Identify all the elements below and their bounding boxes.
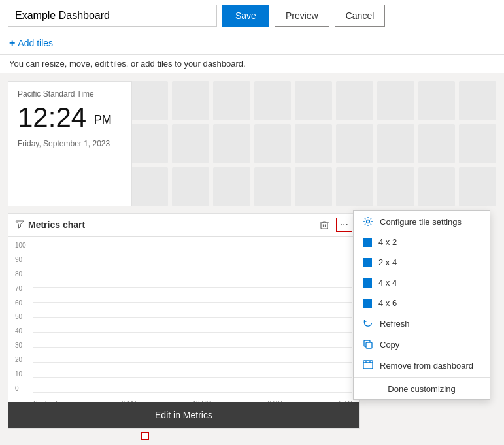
clock-timezone: Pacific Standard Time: [18, 90, 122, 99]
menu-item-configure[interactable]: Configure tile settings: [354, 211, 490, 232]
dashboard-area: Pacific Standard Time 12:24 PM Friday, S…: [0, 73, 504, 442]
grid-cell: [295, 124, 332, 163]
y-label-10: 10: [15, 371, 26, 378]
gear-icon: [363, 216, 373, 227]
svg-rect-3: [363, 361, 373, 369]
context-menu: Configure tile settings 4 x 2 2 x 4 4 x …: [353, 210, 490, 400]
y-label-70: 70: [15, 285, 26, 292]
chart-area: 100 90 80 70 60 50 40 30 20 10 0: [8, 237, 359, 397]
menu-item-remove[interactable]: Remove from dashboard: [354, 355, 490, 376]
svg-point-1: [367, 220, 370, 223]
y-label-80: 80: [15, 271, 26, 278]
size-4x4-label: 4 x 4: [378, 278, 397, 288]
clock-time: 12:24 PM: [18, 104, 122, 131]
clock-date: Friday, September 1, 2023: [18, 139, 122, 148]
grid-cell: [131, 81, 168, 120]
grid-cell: [377, 81, 414, 120]
size-4x6-label: 4 x 6: [378, 298, 397, 308]
svg-rect-0: [321, 223, 328, 229]
resize-handle-indicator[interactable]: [141, 432, 149, 440]
grid-cell: [295, 167, 332, 206]
y-label-100: 100: [15, 242, 26, 249]
top-bar: Save Preview Cancel: [0, 0, 504, 31]
menu-item-4x2[interactable]: 4 x 2: [354, 232, 490, 252]
clock-ampm: PM: [94, 113, 112, 126]
grid-cell: [213, 167, 250, 206]
dashboard-title-input[interactable]: [8, 5, 217, 27]
save-button[interactable]: Save: [222, 5, 269, 27]
grid-cell: [336, 81, 373, 120]
size-2x4-icon: [363, 258, 372, 267]
clock-tile: Pacific Standard Time 12:24 PM Friday, S…: [8, 81, 132, 206]
size-2x4-label: 2 x 4: [378, 257, 397, 267]
grid-cell: [336, 167, 373, 206]
grid-cell: [254, 124, 292, 163]
grid-cell: [459, 124, 496, 163]
metrics-title-row: Metrics chart: [15, 220, 85, 231]
copy-icon: [363, 339, 373, 350]
filter-icon: [15, 220, 24, 231]
grid-cell: [172, 167, 209, 206]
add-tiles-icon: +: [9, 37, 15, 49]
y-label-90: 90: [15, 256, 26, 263]
copy-label: Copy: [380, 340, 399, 350]
grid-cell: [172, 124, 209, 163]
grid-cell: [131, 167, 168, 206]
grid-cell: [336, 124, 373, 163]
refresh-label: Refresh: [380, 319, 410, 329]
refresh-icon: [363, 318, 373, 329]
grid-cell: [418, 124, 456, 163]
add-tiles-row: + Add tiles: [0, 31, 504, 55]
remove-label: Remove from dashboard: [380, 361, 473, 371]
edit-in-metrics-bar[interactable]: Edit in Metrics: [8, 402, 359, 428]
grid-cell: [254, 167, 292, 206]
preview-button[interactable]: Preview: [275, 5, 329, 27]
chart-inner: [33, 242, 352, 392]
more-options-button[interactable]: ···: [336, 218, 352, 232]
grid-cell: [172, 81, 209, 120]
menu-item-refresh[interactable]: Refresh: [354, 313, 490, 334]
grid-cell: [377, 124, 414, 163]
delete-tile-button[interactable]: [318, 218, 331, 231]
chart-lines: [33, 242, 352, 392]
grid-cell: [213, 124, 250, 163]
clock-time-value: 12:24: [18, 102, 86, 133]
configure-label: Configure tile settings: [380, 217, 462, 227]
y-label-50: 50: [15, 313, 26, 320]
menu-divider: [354, 377, 490, 378]
y-label-0: 0: [15, 385, 26, 392]
size-4x6-icon: [363, 299, 372, 308]
menu-item-4x6[interactable]: 4 x 6: [354, 293, 490, 313]
info-text: You can resize, move, edit tiles, or add…: [0, 55, 504, 73]
metrics-actions: ···: [318, 218, 352, 232]
menu-item-2x4[interactable]: 2 x 4: [354, 252, 490, 272]
cancel-button[interactable]: Cancel: [335, 5, 386, 27]
size-4x4-icon: [363, 278, 372, 288]
menu-item-copy[interactable]: Copy: [354, 334, 490, 355]
menu-item-done-customizing[interactable]: Done customizing: [354, 379, 490, 399]
grid-cell: [295, 81, 332, 120]
grid-cell: [377, 167, 414, 206]
size-4x2-icon: [363, 238, 372, 247]
y-label-20: 20: [15, 356, 26, 363]
grid-cell: [418, 81, 456, 120]
menu-item-4x4[interactable]: 4 x 4: [354, 272, 490, 293]
y-label-40: 40: [15, 327, 26, 335]
grid-cell: [254, 81, 292, 120]
add-tiles-button[interactable]: Add tiles: [18, 38, 53, 48]
grid-cell: [131, 124, 168, 163]
grid-cell: [418, 167, 456, 206]
grid-cell: [459, 167, 496, 206]
grid-cell: [213, 81, 250, 120]
remove-icon: [363, 360, 373, 371]
chart-y-axis: 100 90 80 70 60 50 40 30 20 10 0: [15, 242, 26, 392]
y-label-30: 30: [15, 342, 26, 349]
done-customizing-label: Done customizing: [388, 384, 455, 394]
grid-cell: [459, 81, 496, 120]
y-label-60: 60: [15, 299, 26, 306]
metrics-chart-title: Metrics chart: [28, 220, 85, 230]
metrics-tile: Metrics chart ··· 100 90 80 70: [8, 213, 360, 429]
size-4x2-label: 4 x 2: [378, 237, 397, 247]
svg-rect-2: [366, 342, 372, 348]
metrics-header: Metrics chart ···: [8, 214, 359, 237]
